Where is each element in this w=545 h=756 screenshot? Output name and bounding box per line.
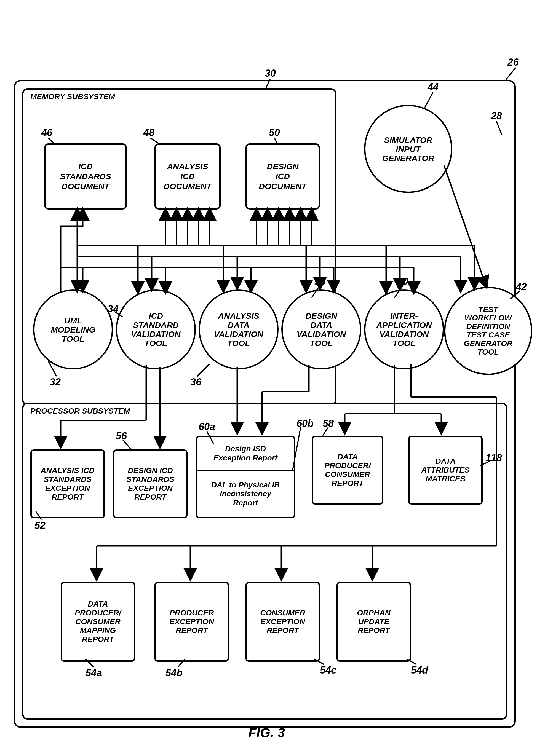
ref-54c: 54c <box>320 664 337 676</box>
design-icd-doc-text: DESIGN ICD DOCUMENT <box>259 162 307 191</box>
design-isd-report-box: Design ISD Exception Report DAL to Physi… <box>196 436 295 518</box>
ref-60b: 60b <box>297 418 314 429</box>
ref-54b: 54b <box>165 667 182 679</box>
producer-consumer-mapping-report: DATA PRODUCER/ CONSUMER MAPPING REPORT <box>61 582 135 662</box>
design-icd-std-report-text: DESIGN ICD STANDARDS EXCEPTION REPORT <box>126 466 174 502</box>
figure-label: FIG. 3 <box>248 725 285 740</box>
design-icd-std-report: DESIGN ICD STANDARDS EXCEPTION REPORT <box>113 449 187 518</box>
ref-58: 58 <box>323 418 334 429</box>
test-workflow-generator-tool: TEST WORKFLOW DEFINITION TEST CASE GENER… <box>444 287 532 375</box>
ref-54d: 54d <box>411 664 428 676</box>
ref-46: 46 <box>41 127 52 138</box>
producer-exception-report: PRODUCER EXCEPTION REPORT <box>154 582 229 662</box>
ref-38: 38 <box>315 276 326 287</box>
data-attributes-matrices: DATA ATTRIBUTES MATRICES <box>408 436 483 505</box>
diagram-container: MEMORY SUBSYSTEM PROCESSOR SUBSYSTEM ICD… <box>6 6 530 736</box>
ref-36: 36 <box>190 376 201 388</box>
analysis-icd-doc: ANALYSIS ICD DOCUMENT <box>154 143 221 210</box>
data-producer-consumer-report-text: DATA PRODUCER/ CONSUMER REPORT <box>324 452 371 488</box>
data-attributes-matrices-text: DATA ATTRIBUTES MATRICES <box>421 457 469 484</box>
design-icd-doc: DESIGN ICD DOCUMENT <box>245 143 320 210</box>
ref-118: 118 <box>485 452 502 464</box>
inter-application-validation-tool: INTER- APPLICATION VALIDATION TOOL <box>364 289 444 369</box>
analysis-data-validation-tool: ANALYSIS DATA VALIDATION TOOL <box>198 289 279 369</box>
producer-consumer-mapping-report-text: DATA PRODUCER/ CONSUMER MAPPING REPORT <box>75 600 121 644</box>
orphan-update-report-text: ORPHAN UPDATE REPORT <box>357 608 390 635</box>
orphan-update-report: ORPHAN UPDATE REPORT <box>337 582 411 662</box>
test-workflow-generator-tool-text: TEST WORKFLOW DEFINITION TEST CASE GENER… <box>464 305 512 356</box>
design-isd-report-a-text: Design ISD Exception Report <box>213 444 278 462</box>
processor-subsystem-label: PROCESSOR SUBSYSTEM <box>30 407 130 415</box>
design-data-validation-tool: DESIGN DATA VALIDATION TOOL <box>281 289 361 369</box>
ref-30: 30 <box>265 68 276 79</box>
memory-subsystem-label: MEMORY SUBSYSTEM <box>30 92 115 101</box>
icd-standards-doc: ICD STANDARDS DOCUMENT <box>44 143 127 210</box>
ref-42: 42 <box>516 281 527 293</box>
analysis-data-validation-tool-text: ANALYSIS DATA VALIDATION TOOL <box>214 311 263 348</box>
ref-60a: 60a <box>198 421 215 433</box>
ref-40: 40 <box>397 276 408 287</box>
uml-modeling-tool: UML MODELING TOOL <box>33 289 113 369</box>
consumer-exception-report: CONSUMER EXCEPTION REPORT <box>245 582 320 662</box>
icd-standard-validation-tool: ICD STANDARD VALIDATION TOOL <box>116 289 196 369</box>
analysis-icd-std-report: ANALYSIS ICD STANDARDS EXCEPTION REPORT <box>30 449 105 518</box>
inter-application-validation-tool-text: INTER- APPLICATION VALIDATION TOOL <box>376 311 432 348</box>
analysis-icd-doc-text: ANALYSIS ICD DOCUMENT <box>163 162 211 191</box>
simulator-input-generator: SIMULATOR INPUT GENERATOR <box>364 105 452 193</box>
ref-52: 52 <box>34 520 45 531</box>
ref-56: 56 <box>116 430 127 442</box>
svg-line-2 <box>506 68 516 79</box>
ref-50: 50 <box>269 127 280 138</box>
design-isd-report-b-text: DAL to Physical IB Inconsistency Report <box>211 481 280 507</box>
simulator-input-generator-text: SIMULATOR INPUT GENERATOR <box>382 135 434 163</box>
design-data-validation-tool-text: DESIGN DATA VALIDATION TOOL <box>297 311 346 348</box>
icd-standard-validation-tool-text: ICD STANDARD VALIDATION TOOL <box>131 311 181 348</box>
ref-28: 28 <box>491 110 502 122</box>
data-producer-consumer-report: DATA PRODUCER/ CONSUMER REPORT <box>312 436 383 505</box>
ref-26: 26 <box>508 57 519 68</box>
ref-44: 44 <box>428 81 439 93</box>
icd-standards-doc-text: ICD STANDARDS DOCUMENT <box>60 162 111 191</box>
ref-48: 48 <box>143 127 154 138</box>
uml-modeling-tool-text: UML MODELING TOOL <box>51 316 95 343</box>
producer-exception-report-text: PRODUCER EXCEPTION REPORT <box>169 608 214 635</box>
analysis-icd-std-report-text: ANALYSIS ICD STANDARDS EXCEPTION REPORT <box>41 466 95 502</box>
ref-54a: 54a <box>85 667 102 679</box>
ref-32: 32 <box>50 376 61 388</box>
consumer-exception-report-text: CONSUMER EXCEPTION REPORT <box>260 608 305 635</box>
ref-34: 34 <box>107 303 119 315</box>
